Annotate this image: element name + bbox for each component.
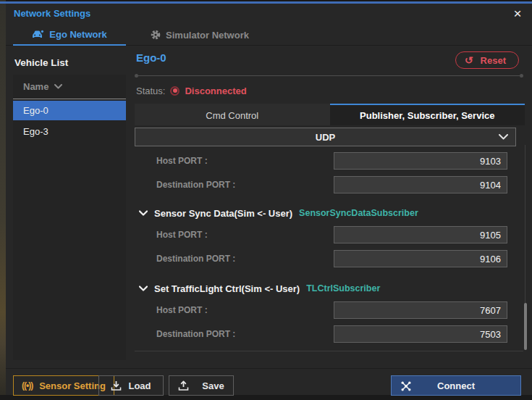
section-subscriber-name: TLCtrlSubscriber: [306, 283, 380, 293]
tab-simulator-network-label: Simulator Network: [166, 30, 249, 41]
destination-port-input[interactable]: [334, 250, 507, 267]
section-title: Sensor Sync Data(Sim <- User): [154, 208, 292, 219]
save-button[interactable]: Save: [169, 375, 234, 396]
scrollbar-thumb[interactable]: [524, 303, 527, 350]
host-port-input[interactable]: [334, 226, 507, 243]
chevron-down-icon: [54, 84, 62, 89]
section-subscriber-name: SensorSyncDataSubscriber: [299, 208, 418, 218]
chevron-down-icon: [499, 134, 508, 140]
upload-icon: [178, 380, 189, 391]
port-field-row: Destination PORT :: [135, 325, 525, 343]
reset-button[interactable]: ↺ Reset: [455, 51, 519, 69]
section-title: Set TrafficLight Ctrl(Sim <- User): [154, 283, 300, 294]
list-item-ego-3[interactable]: Ego-3: [13, 122, 126, 141]
dialog-title: Network Settings: [14, 8, 90, 19]
connect-button[interactable]: Connect: [391, 375, 521, 396]
sensor-setting-label: Sensor Setting: [39, 380, 106, 391]
destination-port-input[interactable]: [334, 325, 507, 343]
selected-vehicle-title: Ego-0: [136, 51, 166, 64]
tab-publisher-subscriber-service[interactable]: Publisher, Subscriber, Service: [330, 104, 525, 125]
footer-bar: ((•)) Sensor Setting Load Save Connect: [6, 368, 532, 395]
title-bar: Network Settings ×: [6, 4, 532, 24]
close-icon[interactable]: ×: [510, 6, 525, 22]
status-dot-icon: [170, 86, 180, 96]
vehicle-list-title: Vehicle List: [14, 57, 68, 68]
port-field-row: Destination PORT :: [135, 250, 525, 267]
protocol-select[interactable]: UDP: [135, 128, 516, 146]
network-connect-icon: [400, 380, 412, 392]
chevron-down-icon: [139, 286, 148, 291]
field-label: Destination PORT :: [156, 329, 235, 339]
broadcast-icon: ((•)): [22, 380, 33, 391]
tab-ego-network[interactable]: Ego Network: [13, 24, 126, 46]
connect-button-label: Connect: [437, 380, 475, 391]
section-header-sensor-sync[interactable]: Sensor Sync Data(Sim <- User) SensorSync…: [139, 207, 525, 220]
field-label: Host PORT :: [156, 156, 208, 166]
network-tab-bar: Ego Network Simulator Network: [6, 24, 532, 46]
field-label: Destination PORT :: [156, 254, 235, 264]
field-label: Host PORT :: [156, 305, 208, 315]
reset-button-label: Reset: [481, 55, 506, 66]
host-port-input[interactable]: [334, 301, 507, 319]
background-scene-strip: [0, 0, 6, 400]
load-button[interactable]: Load: [98, 375, 164, 396]
background-bottom-strip: [0, 395, 532, 400]
vehicle-list-panel: Name Ego-0 Ego-3: [13, 75, 126, 360]
host-port-input[interactable]: [334, 152, 507, 170]
status-value: Disconnected: [185, 86, 246, 96]
gear-icon: [151, 30, 161, 40]
tab-simulator-network[interactable]: Simulator Network: [129, 24, 271, 46]
main-header: Ego-0 ↺ Reset: [135, 46, 525, 73]
section-header-trafficlight-ctrl[interactable]: Set TrafficLight Ctrl(Sim <- User) TLCtr…: [139, 282, 525, 295]
port-field-row: Host PORT :: [135, 301, 525, 319]
tab-ego-network-label: Ego Network: [49, 29, 106, 40]
reset-icon: ↺: [465, 54, 473, 66]
port-field-row: Destination PORT :: [135, 176, 525, 193]
main-panel: Ego-0 ↺ Reset Status: Disconnected Cmd C…: [135, 46, 525, 351]
list-item-ego-0[interactable]: Ego-0: [13, 101, 126, 120]
network-settings-dialog: Network Settings × Ego Network Simulator…: [6, 4, 532, 395]
status-row: Status: Disconnected: [136, 84, 525, 97]
download-icon: [111, 380, 122, 391]
tab-cmd-control[interactable]: Cmd Control: [135, 104, 330, 125]
port-field-row: Host PORT :: [135, 226, 525, 243]
control-tab-bar: Cmd Control Publisher, Subscriber, Servi…: [135, 104, 525, 125]
port-field-row: Host PORT :: [135, 152, 525, 170]
vehicle-list-column-header: Name: [23, 81, 48, 92]
field-label: Host PORT :: [156, 230, 208, 240]
field-label: Destination PORT :: [156, 180, 235, 190]
status-label: Status:: [136, 86, 165, 96]
header-divider: [136, 75, 522, 76]
chevron-down-icon: [139, 210, 148, 216]
vehicle-list-sort-header[interactable]: Name: [13, 75, 126, 99]
save-button-label: Save: [202, 380, 224, 391]
load-button-label: Load: [128, 380, 151, 391]
car-icon: [32, 30, 44, 39]
protocol-select-value: UDP: [316, 132, 335, 143]
destination-port-input[interactable]: [334, 176, 507, 193]
content-bottom-divider: [135, 351, 523, 351]
